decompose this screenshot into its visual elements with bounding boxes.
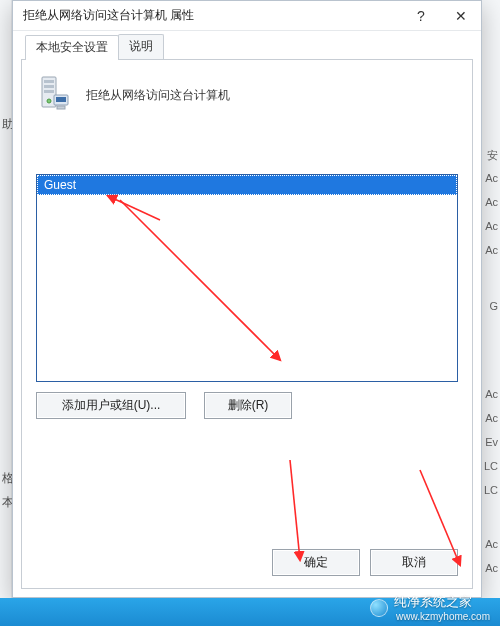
window-title: 拒绝从网络访问这台计算机 属性 <box>23 7 401 24</box>
ok-button[interactable]: 确定 <box>272 549 360 576</box>
help-button[interactable]: ? <box>401 1 441 31</box>
watermark-title: 纯净系统之家 <box>394 593 490 611</box>
server-icon <box>36 74 72 116</box>
svg-point-4 <box>47 99 51 103</box>
user-listbox[interactable]: Guest <box>36 174 458 382</box>
watermark: 纯净系统之家 www.kzmyhome.com <box>370 593 490 622</box>
policy-header: 拒绝从网络访问这台计算机 <box>36 74 458 116</box>
list-action-row: 添加用户或组(U)... 删除(R) <box>36 392 458 419</box>
dialog-body: 本地安全设置 说明 拒绝从网络访问这台计算机 <box>13 31 481 597</box>
background-left-strip: 助 格 本 <box>0 0 12 626</box>
properties-dialog: 拒绝从网络访问这台计算机 属性 ? ✕ 本地安全设置 说明 <box>12 0 482 598</box>
watermark-logo-icon <box>370 599 388 617</box>
bg-right-frag: Ac <box>485 172 498 184</box>
svg-rect-2 <box>44 85 54 88</box>
bg-right-frag: Ac <box>485 538 498 550</box>
dialog-bottom-buttons: 确定 取消 <box>36 543 458 576</box>
svg-rect-7 <box>57 106 65 109</box>
tab-panel-local-security: 拒绝从网络访问这台计算机 Guest 添加用户或组(U)... 删除(R) 确定… <box>21 59 473 589</box>
titlebar: 拒绝从网络访问这台计算机 属性 ? ✕ <box>13 1 481 31</box>
close-button[interactable]: ✕ <box>441 1 481 31</box>
remove-button[interactable]: 删除(R) <box>204 392 292 419</box>
bg-right-frag: Ac <box>485 244 498 256</box>
svg-rect-1 <box>44 80 54 83</box>
svg-rect-6 <box>56 97 66 102</box>
bg-right-frag: Ev <box>485 436 498 448</box>
cancel-button[interactable]: 取消 <box>370 549 458 576</box>
bg-right-frag: Ac <box>485 562 498 574</box>
user-listbox-wrap: Guest <box>36 174 458 382</box>
svg-rect-3 <box>44 90 54 93</box>
add-user-or-group-button[interactable]: 添加用户或组(U)... <box>36 392 186 419</box>
policy-title: 拒绝从网络访问这台计算机 <box>86 87 230 104</box>
bg-right-frag: LC <box>484 484 498 496</box>
bg-right-frag: 安 <box>487 148 498 163</box>
bg-right-frag: Ac <box>485 412 498 424</box>
watermark-url: www.kzmyhome.com <box>396 611 490 622</box>
tab-explain[interactable]: 说明 <box>118 34 164 59</box>
tab-row: 本地安全设置 说明 <box>21 35 473 59</box>
list-item[interactable]: Guest <box>37 175 457 195</box>
bg-right-frag: Ac <box>485 196 498 208</box>
bg-right-frag: G <box>489 300 498 312</box>
bg-right-frag: LC <box>484 460 498 472</box>
bg-right-frag: Ac <box>485 388 498 400</box>
tab-local-security[interactable]: 本地安全设置 <box>25 35 119 60</box>
bg-right-frag: Ac <box>485 220 498 232</box>
